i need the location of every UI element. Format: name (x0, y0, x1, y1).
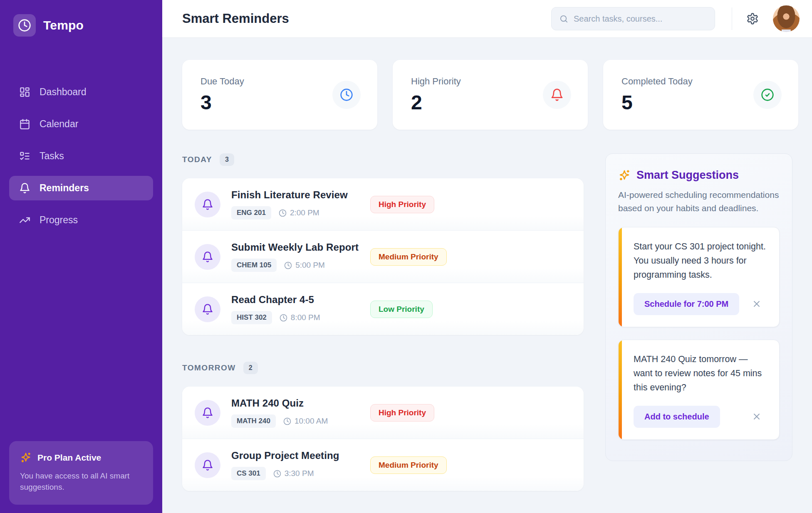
reminder-time: 5:00 PM (295, 261, 325, 270)
reminder-time: 10:00 AM (295, 417, 328, 426)
check-circle-icon (753, 81, 782, 109)
bell-icon (543, 81, 571, 109)
content: Due Today 3 High Priority 2 Completed (162, 38, 812, 513)
suggestion-card: Start your CS 301 project tonight. You u… (618, 227, 780, 327)
sidebar-item-dashboard[interactable]: Dashboard (9, 80, 153, 104)
priority-badge: High Priority (370, 196, 434, 213)
reminder-row[interactable]: MATH 240 Quiz MATH 240 10:00 AM High Pri… (182, 387, 584, 439)
stat-label: Completed Today (621, 76, 693, 87)
section-header-today: TODAY 3 (182, 153, 584, 166)
sidebar-nav: Dashboard Calendar Tasks Reminders Progr… (9, 80, 153, 232)
sidebar-item-calendar[interactable]: Calendar (9, 112, 153, 136)
clock-icon (280, 314, 287, 322)
sidebar-item-progress[interactable]: Progress (9, 208, 153, 232)
accent-bar (619, 340, 622, 439)
add-to-schedule-button[interactable]: Add to schedule (634, 406, 720, 428)
clock-icon (13, 14, 36, 37)
sidebar-item-label: Reminders (40, 183, 89, 194)
suggestion-text: MATH 240 Quiz tomorrow — want to review … (634, 353, 767, 395)
course-badge: CS 301 (231, 467, 266, 480)
reminder-time: 2:00 PM (290, 208, 319, 217)
reminder-row[interactable]: Read Chapter 4-5 HIST 302 8:00 PM Low Pr… (182, 283, 584, 335)
divider (732, 7, 732, 30)
tomorrow-list: MATH 240 Quiz MATH 240 10:00 AM High Pri… (182, 387, 584, 491)
close-icon[interactable] (749, 296, 764, 311)
accent-bar (619, 227, 622, 327)
trending-up-icon (19, 215, 30, 226)
today-list: Finish Literature Review ENG 201 2:00 PM… (182, 178, 584, 335)
section-title: TOMORROW (182, 363, 236, 372)
clock-icon (279, 209, 287, 217)
sidebar-item-label: Calendar (40, 118, 78, 130)
reminder-row[interactable]: Group Project Meeting CS 301 3:30 PM Med… (182, 439, 584, 491)
app-name: Tempo (43, 18, 84, 32)
bell-icon (195, 244, 220, 270)
section-count-badge: 3 (220, 153, 234, 166)
course-badge: CHEM 105 (231, 259, 277, 272)
reminder-row[interactable]: Submit Weekly Lab Report CHEM 105 5:00 P… (182, 231, 584, 283)
avatar[interactable] (773, 5, 800, 32)
sidebar: Tempo Dashboard Calendar Tasks Reminders (0, 0, 162, 513)
stat-label: Due Today (201, 76, 244, 87)
sidebar-item-reminders[interactable]: Reminders (9, 176, 153, 200)
course-badge: ENG 201 (231, 206, 271, 220)
top-bar: Smart Reminders (162, 0, 812, 38)
calendar-icon (19, 118, 30, 130)
course-badge: HIST 302 (231, 311, 272, 324)
stat-card-due-today: Due Today 3 (182, 60, 377, 130)
bell-icon (195, 192, 220, 217)
page-title: Smart Reminders (182, 11, 289, 26)
reminder-lists: TODAY 3 Finish Literature Review ENG 201 (182, 153, 584, 513)
reminder-time: 8:00 PM (291, 313, 320, 322)
clock-icon (332, 81, 361, 109)
reminder-title: Submit Weekly Lab Report (231, 242, 370, 253)
sparkles-icon (20, 452, 32, 464)
search-icon (559, 14, 569, 24)
search-box[interactable] (551, 7, 715, 30)
section-title: TODAY (182, 155, 212, 164)
stat-value: 5 (621, 91, 693, 114)
pro-plan-description: You have access to all AI smart suggesti… (20, 470, 142, 493)
suggestions-title: Smart Suggestions (636, 169, 739, 182)
bell-icon (195, 400, 220, 426)
stat-card-completed-today: Completed Today 5 (603, 60, 798, 130)
schedule-button[interactable]: Schedule for 7:00 PM (634, 293, 739, 315)
smart-suggestions-panel: Smart Suggestions AI-powered scheduling … (605, 153, 792, 461)
suggestions-subtitle: AI-powered scheduling recommendations ba… (618, 188, 780, 215)
sidebar-item-label: Tasks (40, 150, 64, 162)
stats-row: Due Today 3 High Priority 2 Completed (182, 60, 798, 130)
reminder-title: Group Project Meeting (231, 450, 370, 461)
bell-icon (195, 452, 220, 478)
dashboard-icon (19, 86, 30, 98)
sidebar-item-label: Dashboard (40, 86, 87, 98)
stat-value: 3 (201, 91, 244, 114)
section-count-badge: 2 (243, 362, 258, 374)
reminder-title: Finish Literature Review (231, 189, 370, 201)
app-logo: Tempo (9, 12, 153, 38)
pro-plan-card: Pro Plan Active You have access to all A… (9, 441, 153, 505)
stat-label: High Priority (411, 76, 461, 87)
stat-value: 2 (411, 91, 461, 114)
clock-icon (283, 417, 291, 425)
gear-icon[interactable] (743, 9, 762, 28)
search-input[interactable] (574, 14, 707, 24)
sidebar-item-tasks[interactable]: Tasks (9, 144, 153, 168)
priority-badge: Low Priority (370, 301, 433, 318)
pro-plan-title: Pro Plan Active (37, 453, 101, 463)
sparkles-icon (618, 169, 631, 182)
reminder-time: 3:30 PM (285, 469, 314, 478)
close-icon[interactable] (749, 409, 764, 424)
reminder-title: MATH 240 Quiz (231, 397, 370, 409)
course-badge: MATH 240 (231, 414, 276, 428)
suggestion-text: Start your CS 301 project tonight. You u… (634, 240, 767, 282)
bell-icon (195, 296, 220, 322)
clock-icon (273, 470, 281, 478)
priority-badge: Medium Priority (370, 456, 447, 474)
reminder-row[interactable]: Finish Literature Review ENG 201 2:00 PM… (182, 178, 584, 231)
clock-icon (284, 261, 292, 269)
main-area: Smart Reminders Due Today 3 (162, 0, 812, 513)
priority-badge: Medium Priority (370, 248, 447, 266)
priority-badge: High Priority (370, 404, 434, 422)
tasks-icon (19, 150, 30, 162)
reminder-title: Read Chapter 4-5 (231, 294, 370, 306)
